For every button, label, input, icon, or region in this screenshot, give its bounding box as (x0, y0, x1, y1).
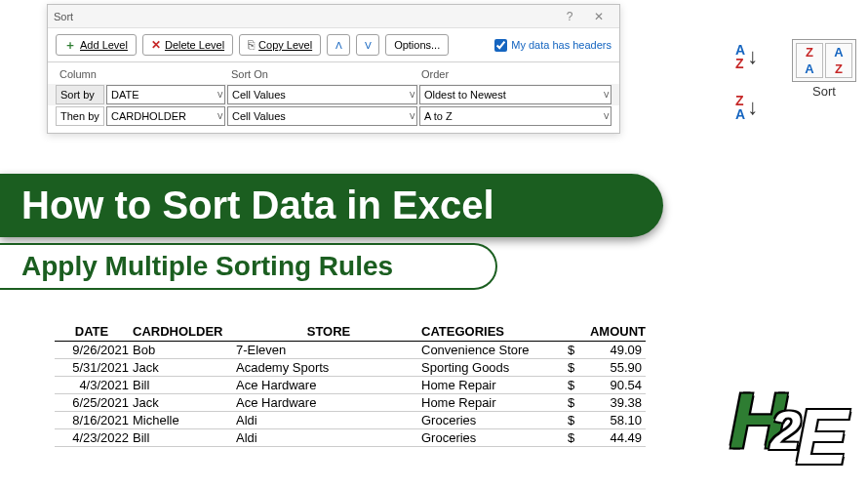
row-label-1: Then by (56, 106, 104, 126)
dialog-toolbar: ＋ Add Level ✕ Delete Level ⎘ Copy Level … (48, 28, 619, 62)
close-button[interactable]: ✕ (584, 7, 613, 26)
sort-label: Sort (812, 84, 836, 99)
copy-level-button[interactable]: ⎘ Copy Level (239, 34, 321, 56)
table-row[interactable]: 8/16/2021MichelleAldiGroceries$58.10 (55, 412, 646, 429)
ribbon-sort-icons: AZ ↓ ZA ↓ ZA AZ Sort (735, 39, 858, 125)
table-row[interactable]: 9/26/2021Bob7-ElevenConvenience Store$49… (55, 342, 646, 359)
cell-holder[interactable]: Michelle (133, 412, 236, 429)
sort-custom-button[interactable]: ZA AZ Sort (790, 39, 858, 99)
cell-date[interactable]: 6/25/2021 (55, 394, 133, 412)
za-letters-icon: ZA (735, 94, 745, 121)
sort-big-icon: ZA AZ (792, 39, 856, 82)
cell-holder[interactable]: Bill (133, 377, 236, 394)
col-categories[interactable]: CATEGORIES (421, 322, 568, 342)
cell-holder[interactable]: Jack (133, 359, 236, 377)
col-cardholder[interactable]: CARDHOLDER (133, 322, 236, 342)
delete-level-label: Delete Level (165, 39, 224, 51)
headers-checkbox-label: My data has headers (511, 39, 612, 51)
add-level-button[interactable]: ＋ Add Level (56, 34, 137, 56)
header-order: Order (417, 68, 612, 80)
delete-level-button[interactable]: ✕ Delete Level (142, 34, 233, 56)
options-label: Options... (394, 39, 440, 51)
copy-icon: ⎘ (248, 38, 255, 52)
sort-descending-button[interactable]: ZA ↓ (735, 90, 772, 125)
cell-store[interactable]: Ace Hardware (236, 377, 421, 394)
cell-date[interactable]: 4/23/2022 (55, 429, 133, 447)
cell-holder[interactable]: Bill (133, 429, 236, 447)
cell-cat[interactable]: Groceries (421, 412, 568, 429)
cell-store[interactable]: Aldi (236, 412, 421, 429)
move-up-button[interactable]: ᐱ (327, 34, 350, 56)
sort-row-1[interactable]: Then by CARDHOLDERᐯ Cell Valuesᐯ A to Zᐯ (48, 105, 619, 127)
cell-cat[interactable]: Convenience Store (421, 342, 568, 359)
h2e-logo: H 2 E (730, 385, 856, 482)
cell-amt[interactable]: $44.49 (568, 429, 646, 447)
data-table: DATE CARDHOLDER STORE CATEGORIES AMOUNT … (55, 322, 646, 447)
cell-cat[interactable]: Home Repair (421, 394, 568, 412)
cell-cat[interactable]: Home Repair (421, 377, 568, 394)
chevron-down-icon: ᐯ (217, 112, 222, 121)
cell-amt[interactable]: $49.09 (568, 342, 646, 359)
cell-date[interactable]: 4/3/2021 (55, 377, 133, 394)
banner-title: How to Sort Data in Excel (0, 174, 663, 237)
table-row[interactable]: 4/3/2021BillAce HardwareHome Repair$90.5… (55, 377, 646, 394)
cell-store[interactable]: Aldi (236, 429, 421, 447)
table-row[interactable]: 4/23/2022BillAldiGroceries$44.49 (55, 429, 646, 447)
cell-amt[interactable]: $39.38 (568, 394, 646, 412)
sorton-combo-0[interactable]: Cell Valuesᐯ (227, 85, 417, 104)
column-combo-0[interactable]: DATEᐯ (106, 85, 225, 104)
cell-store[interactable]: 7-Eleven (236, 342, 421, 359)
sort-small-group: AZ ↓ ZA ↓ (735, 39, 772, 125)
grid-headers: Column Sort On Order (48, 66, 619, 84)
banner-subtitle: Apply Multiple Sorting Rules (0, 243, 497, 290)
chevron-down-icon: ᐯ (365, 40, 372, 51)
cell-date[interactable]: 9/26/2021 (55, 342, 133, 359)
chevron-down-icon: ᐯ (604, 112, 609, 121)
chevron-down-icon: ᐯ (217, 91, 222, 100)
cell-cat[interactable]: Sporting Goods (421, 359, 568, 377)
down-arrow-icon: ↓ (747, 95, 758, 120)
sort-dialog: Sort ? ✕ ＋ Add Level ✕ Delete Level ⎘ Co… (47, 4, 620, 134)
cell-store[interactable]: Academy Sports (236, 359, 421, 377)
cell-amt[interactable]: $58.10 (568, 412, 646, 429)
headers-checkbox[interactable] (494, 39, 507, 52)
cell-date[interactable]: 5/31/2021 (55, 359, 133, 377)
order-combo-0[interactable]: Oldest to Newestᐯ (419, 85, 612, 104)
chevron-down-icon: ᐯ (604, 91, 609, 100)
copy-level-label: Copy Level (258, 39, 312, 51)
help-button[interactable]: ? (555, 7, 584, 26)
cell-cat[interactable]: Groceries (421, 429, 568, 447)
x-icon: ✕ (151, 38, 161, 52)
sorton-combo-1[interactable]: Cell Valuesᐯ (227, 106, 417, 126)
sort-ascending-button[interactable]: AZ ↓ (735, 39, 772, 74)
sort-grid: Column Sort On Order Sort by DATEᐯ Cell … (48, 62, 619, 133)
cell-date[interactable]: 8/16/2021 (55, 412, 133, 429)
column-combo-1[interactable]: CARDHOLDERᐯ (106, 106, 225, 126)
table-row[interactable]: 6/25/2021JackAce HardwareHome Repair$39.… (55, 394, 646, 412)
col-store[interactable]: STORE (236, 322, 421, 342)
chevron-down-icon: ᐯ (410, 112, 414, 121)
dialog-title: Sort (54, 11, 73, 22)
plus-icon: ＋ (64, 37, 76, 54)
title-banner: How to Sort Data in Excel Apply Multiple… (0, 174, 663, 290)
titlebar-controls: ? ✕ (555, 7, 613, 26)
header-column: Column (56, 68, 227, 80)
chevron-up-icon: ᐱ (335, 40, 342, 51)
cell-holder[interactable]: Jack (133, 394, 236, 412)
move-down-button[interactable]: ᐯ (356, 34, 379, 56)
col-amount[interactable]: AMOUNT (568, 322, 646, 342)
header-sorton: Sort On (227, 68, 417, 80)
down-arrow-icon: ↓ (747, 44, 758, 69)
dialog-titlebar: Sort ? ✕ (48, 5, 619, 28)
sort-row-0[interactable]: Sort by DATEᐯ Cell Valuesᐯ Oldest to New… (48, 84, 619, 105)
cell-holder[interactable]: Bob (133, 342, 236, 359)
order-combo-1[interactable]: A to Zᐯ (419, 106, 612, 126)
col-date[interactable]: DATE (55, 322, 133, 342)
table-row[interactable]: 5/31/2021JackAcademy SportsSporting Good… (55, 359, 646, 377)
chevron-down-icon: ᐯ (410, 91, 414, 100)
cell-amt[interactable]: $90.54 (568, 377, 646, 394)
cell-store[interactable]: Ace Hardware (236, 394, 421, 412)
options-button[interactable]: Options... (385, 34, 449, 56)
cell-amt[interactable]: $55.90 (568, 359, 646, 377)
headers-checkbox-wrap[interactable]: My data has headers (494, 39, 612, 52)
